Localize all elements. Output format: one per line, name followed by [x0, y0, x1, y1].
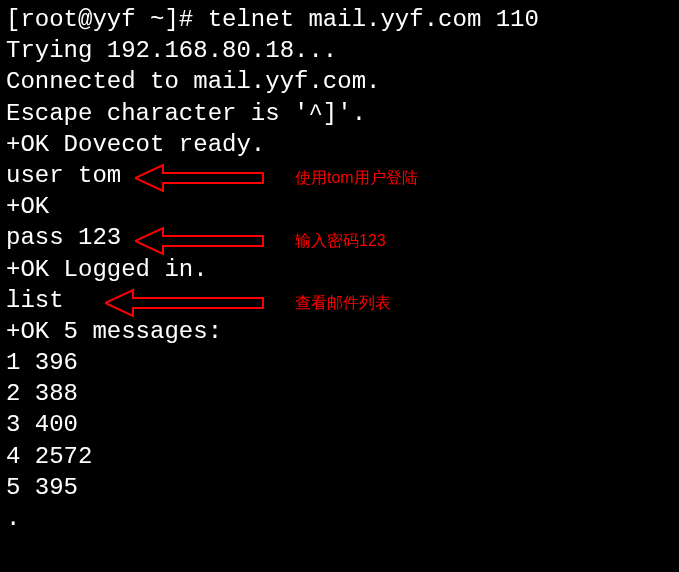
terminal-output: +OK 5 messages: — [6, 316, 673, 347]
telnet-command: telnet mail.yyf.com 110 — [208, 6, 539, 33]
terminal-input-list[interactable]: list — [6, 285, 673, 316]
terminal-output: +OK Dovecot ready. — [6, 129, 673, 160]
terminal-output: +OK — [6, 191, 673, 222]
terminal-output: +OK Logged in. — [6, 254, 673, 285]
terminal-output: Escape character is '^]'. — [6, 98, 673, 129]
terminal-input-user[interactable]: user tom — [6, 160, 673, 191]
terminal-output: 4 2572 — [6, 441, 673, 472]
terminal-output: 1 396 — [6, 347, 673, 378]
terminal-command-line[interactable]: [root@yyf ~]# telnet mail.yyf.com 110 — [6, 4, 673, 35]
terminal-output: 2 388 — [6, 378, 673, 409]
terminal-output: 5 395 — [6, 472, 673, 503]
terminal-output: . — [6, 503, 673, 534]
terminal-output: Connected to mail.yyf.com. — [6, 66, 673, 97]
terminal-input-pass[interactable]: pass 123 — [6, 222, 673, 253]
shell-prompt: [root@yyf ~]# — [6, 6, 208, 33]
terminal-output: 3 400 — [6, 409, 673, 440]
terminal-output: Trying 192.168.80.18... — [6, 35, 673, 66]
